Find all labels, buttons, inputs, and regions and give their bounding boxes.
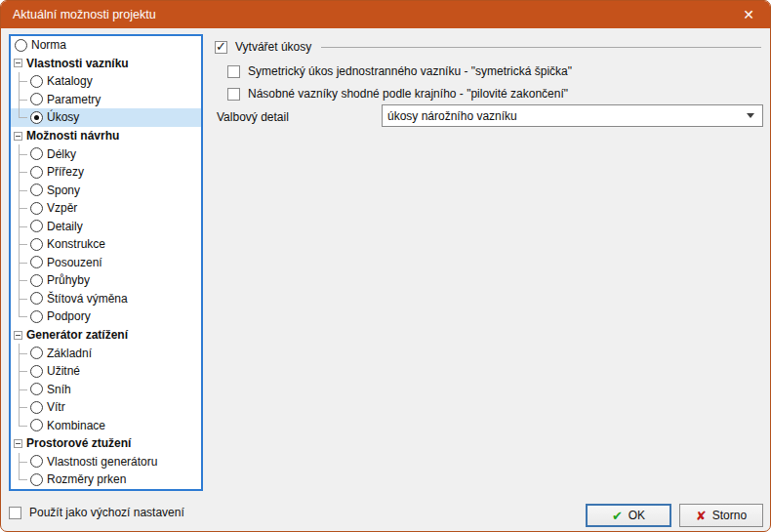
tree-item-vlastnosti-generatoru[interactable]: Vlastnosti generátoru (11, 453, 201, 471)
radio-icon[interactable] (30, 220, 43, 232)
hip-detail-select[interactable]: úkosy nárožního vazníku (382, 104, 763, 127)
tree-item-posouzeni[interactable]: Posouzení (11, 254, 201, 272)
tree-item-rozmery-prken[interactable]: Rozměry prken (11, 471, 201, 489)
radio-icon[interactable] (30, 274, 43, 287)
radio-icon[interactable] (30, 184, 43, 196)
tree-connector (11, 181, 30, 199)
tree-connector (11, 362, 30, 381)
tree-item-label: Prostorové ztužení (22, 436, 131, 450)
radio-icon[interactable] (15, 39, 27, 52)
symmetric-bevel-checkbox[interactable] (227, 65, 240, 78)
tree-item-label: Generátor zatížení (22, 328, 128, 342)
tree-item-vzper[interactable]: Vzpěr (11, 199, 201, 218)
tree-connector (11, 271, 30, 290)
tree-item-label: Užitné (43, 364, 80, 378)
create-bevels-checkbox[interactable] (215, 41, 227, 54)
tree-item-katalogy[interactable]: Katalogy (11, 72, 201, 91)
close-icon: ✕ (743, 7, 754, 22)
cancel-button[interactable]: ✘ Storno (679, 504, 763, 527)
tree-item-podpory[interactable]: Podpory (11, 307, 201, 326)
tree-item-parametry[interactable]: Parametry (11, 91, 201, 109)
radio-icon[interactable] (30, 419, 43, 431)
tree-connector (11, 235, 30, 254)
tree-connector (11, 254, 30, 272)
tree-item-zakladni[interactable]: Základní (11, 344, 201, 362)
hip-detail-value: úkosy nárožního vazníku (383, 109, 747, 123)
multiple-trusses-checkbox[interactable] (227, 88, 240, 101)
hip-detail-label: Valbový detail (217, 110, 289, 124)
tree-connector (11, 307, 30, 326)
tree-item-label: Konstrukce (43, 237, 105, 251)
tree-item-snih[interactable]: Sníh (11, 380, 201, 398)
tree-item-prirezy[interactable]: Přířezy (11, 163, 201, 182)
tree-item-stitova-vymena[interactable]: Štítová výměna (11, 290, 201, 308)
collapse-icon[interactable] (14, 59, 22, 67)
radio-icon[interactable] (30, 310, 43, 323)
group-separator (321, 47, 761, 48)
tree-item-generator-zatizeni[interactable]: Generátor zatížení (11, 326, 201, 345)
radio-icon[interactable] (30, 147, 43, 160)
ok-label: OK (629, 509, 645, 522)
create-bevels-label: Vytvářet úkosy (227, 40, 311, 54)
radio-icon[interactable] (30, 166, 43, 179)
chevron-down-icon (747, 113, 754, 118)
radio-icon[interactable] (30, 473, 43, 486)
radio-icon[interactable] (30, 365, 43, 378)
tree-item-vitr[interactable]: Vítr (11, 398, 201, 417)
tree-item-prostorove-ztuzeni[interactable]: Prostorové ztužení (11, 434, 201, 453)
options-tree: NormaVlastnosti vazníkuKatalogyParametry… (9, 34, 203, 491)
tree-item-label: Detaily (43, 220, 83, 233)
tree-item-pruhyby[interactable]: Průhyby (11, 271, 201, 290)
tree-item-label: Katalogy (43, 74, 93, 88)
tree-item-label: Vítr (43, 400, 65, 414)
radio-icon[interactable] (30, 292, 43, 305)
symmetric-bevel-label: Symetrický úkos jednostranného vazníku -… (240, 64, 572, 78)
create-bevels-row: Vytvářet úkosy (215, 40, 761, 54)
radio-icon[interactable] (30, 93, 43, 105)
tree-item-label: Norma (27, 38, 66, 52)
tree-item-label: Podpory (43, 309, 91, 323)
use-as-default-row: Použít jako výchozí nastavení (9, 506, 184, 519)
tree-item-delky[interactable]: Délky (11, 144, 201, 163)
radio-icon[interactable] (30, 401, 43, 414)
tree-item-label: Vlastnosti generátoru (43, 455, 157, 469)
radio-icon[interactable] (30, 455, 43, 468)
tree-connector (11, 108, 30, 127)
ok-button[interactable]: ✔ OK (586, 504, 671, 527)
tree-item-vlastnosti-vazniku[interactable]: Vlastnosti vazníku (11, 55, 201, 73)
tree-item-label: Úkosy (43, 110, 79, 124)
tree-connector (11, 163, 30, 182)
tree-connector (11, 398, 30, 417)
radio-icon[interactable] (30, 347, 43, 359)
radio-icon[interactable] (30, 75, 43, 88)
project-options-dialog: Aktuální možnosti projektu ✕ NormaVlastn… (0, 0, 771, 532)
tree-connector (11, 290, 30, 308)
tree-item-norma[interactable]: Norma (11, 36, 201, 55)
radio-icon[interactable] (30, 256, 43, 268)
tree-item-uzitne[interactable]: Užitné (11, 362, 201, 381)
tree-item-spony[interactable]: Spony (11, 181, 201, 199)
tree-item-ukosy[interactable]: Úkosy (11, 108, 201, 127)
tree-item-label: Přířezy (43, 165, 84, 179)
radio-icon[interactable] (30, 202, 43, 215)
tree-item-kombinace[interactable]: Kombinace (11, 416, 201, 434)
tree-item-label: Štítová výměna (43, 292, 128, 306)
tree-item-label: Vlastnosti vazníku (22, 57, 129, 70)
tree-item-detaily[interactable]: Detaily (11, 217, 201, 235)
titlebar: Aktuální možnosti projektu ✕ (1, 1, 770, 28)
tree-item-moznosti-navrhu[interactable]: Možnosti návrhu (11, 127, 201, 145)
radio-icon[interactable] (30, 238, 43, 251)
tree-connector (11, 344, 30, 362)
tree-connector (11, 453, 30, 471)
radio-icon[interactable] (30, 111, 43, 124)
close-button[interactable]: ✕ (727, 1, 770, 28)
multiple-trusses-label: Násobné vazníky shodné podle krajního - … (240, 87, 568, 101)
collapse-icon[interactable] (14, 331, 22, 340)
tree-item-label: Spony (43, 184, 80, 197)
radio-icon[interactable] (30, 383, 43, 395)
collapse-icon[interactable] (14, 132, 22, 141)
tree-item-label: Vzpěr (43, 201, 77, 215)
use-as-default-checkbox[interactable] (9, 507, 21, 519)
tree-item-konstrukce[interactable]: Konstrukce (11, 235, 201, 254)
collapse-icon[interactable] (14, 439, 22, 448)
